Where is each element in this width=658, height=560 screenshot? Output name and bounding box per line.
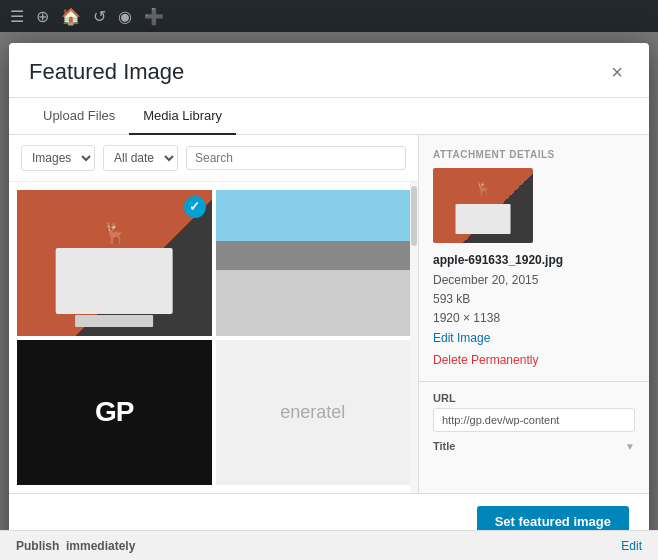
media-grid-wrap: 🦌 ✓ GP — [9, 182, 418, 494]
bottom-bar: Publish immediately Edit — [0, 530, 658, 560]
tab-media-library[interactable]: Media Library — [129, 98, 236, 135]
home-icon[interactable]: 🏠 — [61, 7, 81, 26]
edit-image-link[interactable]: Edit Image — [419, 328, 649, 350]
delete-permanently-link[interactable]: Delete Permanently — [419, 350, 649, 372]
media-scrollbar[interactable] — [410, 182, 418, 494]
menu-icon[interactable]: ☰ — [10, 7, 24, 26]
attachment-dimensions: 1920 × 1138 — [419, 309, 649, 328]
page-background: Featured Image × Upload Files Media Libr… — [0, 32, 658, 560]
preview-deer-icon: 🦌 — [475, 181, 491, 196]
edit-link[interactable]: Edit — [621, 539, 642, 553]
search-input[interactable] — [186, 146, 406, 170]
modal-title: Featured Image — [29, 59, 184, 85]
media-grid: 🦌 ✓ GP — [9, 182, 418, 494]
tab-upload-files[interactable]: Upload Files — [29, 98, 129, 135]
featured-image-modal: Featured Image × Upload Files Media Libr… — [9, 43, 649, 550]
scrollbar-thumb — [411, 186, 417, 246]
modal-header: Featured Image × — [9, 43, 649, 98]
media-thumb-gp: GP — [17, 340, 212, 486]
updates-icon[interactable]: ↺ — [93, 7, 106, 26]
type-filter-select[interactable]: Images — [21, 145, 95, 171]
modal-tabs: Upload Files Media Library — [9, 98, 649, 135]
attachment-filename: apple-691633_1920.jpg — [419, 253, 649, 271]
media-item[interactable]: 🦌 ✓ — [17, 190, 212, 336]
attachment-size: 593 kB — [419, 290, 649, 309]
publish-status: Publish immediately — [16, 539, 135, 553]
modal-body: Images All date 🦌 — [9, 135, 649, 494]
media-item[interactable]: GP — [17, 340, 212, 486]
url-field-input[interactable] — [433, 408, 635, 432]
date-filter-select[interactable]: All date — [103, 145, 178, 171]
media-thumb-desk: 🦌 — [17, 190, 212, 336]
title-field-label: Title — [433, 440, 455, 452]
title-bar: Title ▼ — [419, 440, 649, 456]
publish-timing: immediately — [66, 539, 135, 553]
new-icon[interactable]: ➕ — [144, 7, 164, 26]
url-field-label: URL — [419, 392, 649, 408]
wp-logo-icon: ⊕ — [36, 7, 49, 26]
divider — [419, 381, 649, 382]
modal-overlay: Featured Image × Upload Files Media Libr… — [0, 32, 658, 560]
selected-checkmark: ✓ — [184, 196, 206, 218]
publish-label: Publish — [16, 539, 59, 553]
media-item[interactable] — [216, 190, 411, 336]
attachment-date: December 20, 2015 — [419, 271, 649, 290]
media-thumb-generate: eneratel — [216, 340, 411, 486]
wp-toolbar: ☰ ⊕ 🏠 ↺ ◉ ➕ — [0, 0, 658, 32]
attachment-details-panel: ATTACHMENT DETAILS 🦌 apple-691633_1920.j… — [419, 135, 649, 494]
media-thumb-city — [216, 190, 411, 336]
modal-close-button[interactable]: × — [605, 60, 629, 84]
deer-icon: 🦌 — [102, 221, 127, 245]
attachment-details-label: ATTACHMENT DETAILS — [419, 135, 649, 168]
chevron-down-icon[interactable]: ▼ — [625, 441, 635, 452]
media-grid-panel: Images All date 🦌 — [9, 135, 419, 494]
media-item[interactable]: eneratel — [216, 340, 411, 486]
attachment-preview-thumb: 🦌 — [433, 168, 533, 243]
media-filters: Images All date — [9, 135, 418, 182]
comments-icon[interactable]: ◉ — [118, 7, 132, 26]
